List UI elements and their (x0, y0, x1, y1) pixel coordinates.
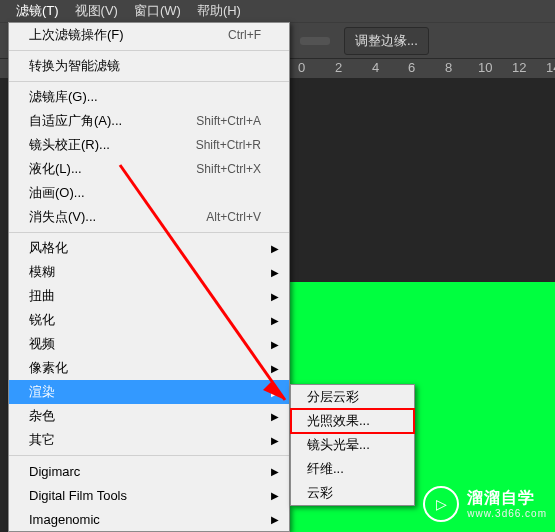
separator (9, 232, 289, 233)
play-icon: ▷ (423, 486, 459, 522)
menu-render[interactable]: 渲染 ▶ (9, 380, 289, 404)
submenu-clouds[interactable]: 云彩 (291, 481, 414, 505)
chevron-right-icon: ▶ (271, 315, 279, 326)
chevron-right-icon: ▶ (271, 435, 279, 446)
menu-sharpen[interactable]: 锐化 ▶ (9, 308, 289, 332)
mask-button[interactable] (300, 37, 330, 45)
watermark: ▷ 溜溜自学 www.3d66.com (423, 486, 547, 522)
shortcut: Shift+Ctrl+R (196, 138, 261, 152)
separator (9, 50, 289, 51)
menu-label: 锐化 (29, 311, 55, 329)
submenu-clouds-diff[interactable]: 分层云彩 (291, 385, 414, 409)
submenu-lens-flare[interactable]: 镜头光晕... (291, 433, 414, 457)
submenu-lighting[interactable]: 光照效果... (291, 409, 414, 433)
ruler-tick: 6 (408, 60, 415, 75)
filter-menu: 上次滤镜操作(F) Ctrl+F 转换为智能滤镜 滤镜库(G)... 自适应广角… (8, 22, 290, 532)
menu-dft[interactable]: Digital Film Tools ▶ (9, 483, 289, 507)
shortcut: Alt+Ctrl+V (206, 210, 261, 224)
menu-liquify[interactable]: 液化(L)... Shift+Ctrl+X (9, 157, 289, 181)
menu-blur[interactable]: 模糊 ▶ (9, 260, 289, 284)
ruler-tick: 2 (335, 60, 342, 75)
menu-label: Digimarc (29, 464, 80, 479)
chevron-right-icon: ▶ (271, 514, 279, 525)
ruler-tick: 0 (298, 60, 305, 75)
menu-convert-smart[interactable]: 转换为智能滤镜 (9, 54, 289, 78)
menu-imagenomic[interactable]: Imagenomic ▶ (9, 507, 289, 531)
watermark-title: 溜溜自学 (467, 488, 547, 507)
menu-label: 自适应广角(A)... (29, 112, 122, 130)
ruler-tick: 14 (546, 60, 555, 75)
render-submenu: 分层云彩 光照效果... 镜头光晕... 纤维... 云彩 (290, 384, 415, 506)
menu-label: Digital Film Tools (29, 488, 127, 503)
refine-edge-button[interactable]: 调整边缘... (344, 27, 429, 55)
menu-adaptive[interactable]: 自适应广角(A)... Shift+Ctrl+A (9, 109, 289, 133)
shortcut: Shift+Ctrl+X (196, 162, 261, 176)
separator (9, 81, 289, 82)
menu-lens[interactable]: 镜头校正(R)... Shift+Ctrl+R (9, 133, 289, 157)
menu-label: 像素化 (29, 359, 68, 377)
chevron-right-icon: ▶ (271, 466, 279, 477)
menu-window[interactable]: 窗口(W) (126, 0, 189, 22)
menu-label: 消失点(V)... (29, 208, 96, 226)
separator (9, 455, 289, 456)
menu-label: 杂色 (29, 407, 55, 425)
menu-video[interactable]: 视频 ▶ (9, 332, 289, 356)
menu-label: 液化(L)... (29, 160, 82, 178)
menu-help[interactable]: 帮助(H) (189, 0, 249, 22)
menu-label: 镜头校正(R)... (29, 136, 110, 154)
menu-label: 视频 (29, 335, 55, 353)
menu-digimarc[interactable]: Digimarc ▶ (9, 459, 289, 483)
ruler-tick: 10 (478, 60, 492, 75)
watermark-url: www.3d66.com (467, 508, 547, 520)
menu-label: Imagenomic (29, 512, 100, 527)
menu-gallery[interactable]: 滤镜库(G)... (9, 85, 289, 109)
ruler-tick: 12 (512, 60, 526, 75)
menu-label: 模糊 (29, 263, 55, 281)
chevron-right-icon: ▶ (271, 339, 279, 350)
menu-label: 风格化 (29, 239, 68, 257)
submenu-fiber[interactable]: 纤维... (291, 457, 414, 481)
chevron-right-icon: ▶ (271, 291, 279, 302)
menu-last-filter[interactable]: 上次滤镜操作(F) Ctrl+F (9, 23, 289, 47)
menu-view[interactable]: 视图(V) (67, 0, 126, 22)
menu-distort[interactable]: 扭曲 ▶ (9, 284, 289, 308)
chevron-right-icon: ▶ (271, 490, 279, 501)
menu-filter[interactable]: 滤镜(T) (8, 0, 67, 22)
menu-stylize[interactable]: 风格化 ▶ (9, 236, 289, 260)
chevron-right-icon: ▶ (271, 267, 279, 278)
menu-label: 转换为智能滤镜 (29, 57, 120, 75)
menu-label: 上次滤镜操作(F) (29, 26, 124, 44)
menu-pixelate[interactable]: 像素化 ▶ (9, 356, 289, 380)
menubar: 滤镜(T) 视图(V) 窗口(W) 帮助(H) (0, 0, 555, 22)
menu-label: 扭曲 (29, 287, 55, 305)
menu-noise[interactable]: 杂色 ▶ (9, 404, 289, 428)
shortcut: Shift+Ctrl+A (196, 114, 261, 128)
menu-other[interactable]: 其它 ▶ (9, 428, 289, 452)
menu-label: 其它 (29, 431, 55, 449)
menu-label: 渲染 (29, 383, 55, 401)
ruler-tick: 4 (372, 60, 379, 75)
chevron-right-icon: ▶ (271, 363, 279, 374)
menu-label: 油画(O)... (29, 184, 85, 202)
chevron-right-icon: ▶ (271, 387, 279, 398)
shortcut: Ctrl+F (228, 28, 261, 42)
menu-vanish[interactable]: 消失点(V)... Alt+Ctrl+V (9, 205, 289, 229)
menu-label: 滤镜库(G)... (29, 88, 98, 106)
ruler-tick: 8 (445, 60, 452, 75)
menu-oil[interactable]: 油画(O)... (9, 181, 289, 205)
chevron-right-icon: ▶ (271, 411, 279, 422)
chevron-right-icon: ▶ (271, 243, 279, 254)
